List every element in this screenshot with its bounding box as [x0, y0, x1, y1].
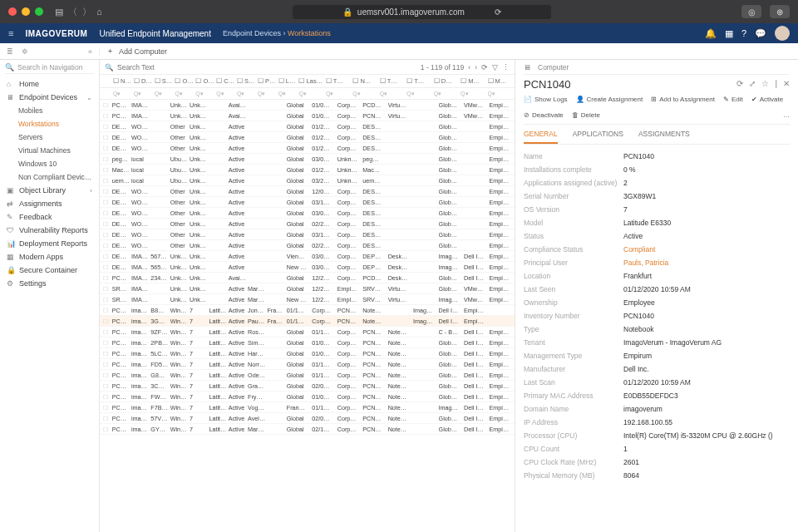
table-row[interactable]: ☐DES…WOR…OtherUnkn…ActiveGlobal03/0…Corp… — [100, 208, 515, 219]
expand-icon[interactable]: ⤢ — [749, 79, 756, 88]
filter-icon[interactable]: ▽ — [492, 63, 498, 71]
notifications-icon[interactable]: 🔔 — [705, 28, 717, 39]
row-checkbox[interactable]: ☐ — [103, 155, 112, 163]
row-checkbox[interactable]: ☐ — [103, 101, 112, 109]
refresh-icon[interactable]: ⟳ — [495, 7, 501, 17]
sidebar-item-mobiles[interactable]: Mobiles — [0, 104, 99, 117]
refresh2-icon[interactable]: ✲ — [22, 47, 28, 56]
sidebar-item-noncomp[interactable]: Non Compliant Devic… — [0, 170, 99, 184]
more-actions-icon[interactable]: … — [783, 111, 790, 119]
close-detail-icon[interactable]: ✕ — [783, 79, 790, 88]
row-checkbox[interactable]: ☐ — [103, 285, 112, 293]
sidebar-item-home[interactable]: ⌂Home — [0, 77, 99, 91]
table-row[interactable]: ☐PCN…imag…B8Q…Wind…7Latit…ActiveJone…Fra… — [100, 305, 515, 316]
table-row[interactable]: ☐PCN…imag…3GX…Wind…7Latit…ActivePaul…Fra… — [100, 316, 515, 327]
table-row[interactable]: ☐DEP…IMA…5675…Unkn…Unkn…ActiveVien…03/0…… — [100, 251, 515, 262]
create-assignment-button[interactable]: 👤Create Assignment — [576, 96, 643, 103]
page-prev-icon[interactable]: ‹ — [468, 63, 470, 71]
sidebar-toggle-icon[interactable]: ▤ — [55, 7, 63, 17]
row-checkbox[interactable]: ☐ — [103, 426, 112, 433]
table-row[interactable]: ☐DES…WOR…OtherUnkn…ActiveGlobal01/2…Corp… — [100, 143, 515, 154]
more-vert-icon[interactable]: | — [775, 79, 777, 88]
detail-refresh-icon[interactable]: ⟳ — [736, 79, 743, 88]
table-row[interactable]: ☐DES…WOR…OtherUnkn…ActiveGlobal12/0…Corp… — [100, 186, 515, 197]
table-row[interactable]: ☐uem…localUbun…Unkn…ActiveGlobal03/2…Unk… — [100, 175, 515, 186]
table-row[interactable]: ☐PCD…IMA…Unkn…Unkn…Avail…Global01/0…Corp… — [100, 100, 515, 111]
table-row[interactable]: ☐PCN…imag…2PB…Wind…7Latit…ActiveSimp…Glo… — [100, 337, 515, 348]
table-row[interactable]: ☐PCN…imag…F7B4…Wind…7Latit…ActiveVoge…Fr… — [100, 402, 515, 413]
row-checkbox[interactable]: ☐ — [103, 382, 112, 390]
close-window-icon[interactable] — [8, 7, 17, 16]
row-checkbox[interactable]: ☐ — [103, 318, 112, 325]
chat-icon[interactable]: 💬 — [755, 28, 766, 39]
nav-search[interactable]: 🔍 Search in Navigation — [5, 63, 94, 74]
table-row[interactable]: ☐DES…WOR…OtherUnkn…ActiveGlobal02/2…Corp… — [100, 240, 515, 251]
row-checkbox[interactable]: ☐ — [103, 361, 112, 368]
avatar[interactable] — [775, 26, 790, 41]
extensions-icon[interactable]: ⊕ — [770, 5, 790, 18]
table-row[interactable]: ☐DES…WOR…OtherUnkn…ActiveGlobal02/2…Corp… — [100, 219, 515, 229]
table-row[interactable]: ☐DES…WOR…OtherUnkn…ActiveGlobal03/1…Corp… — [100, 197, 515, 208]
table-row[interactable]: ☐PCN…imag…57V2…Wind…7Latit…ActiveAvel…Gl… — [100, 413, 515, 424]
grid-search[interactable]: 🔍 Search Text — [105, 63, 416, 71]
property-value[interactable]: Compliant — [623, 245, 655, 254]
sidebar-item-workstations[interactable]: Workstations — [0, 117, 99, 131]
add-computer-button[interactable]: Add Computer — [119, 47, 167, 56]
refresh-grid-icon[interactable]: ⟳ — [481, 63, 488, 71]
row-checkbox[interactable]: ☐ — [103, 188, 112, 195]
row-checkbox[interactable]: ☐ — [103, 145, 112, 152]
sidebar-item-vuln[interactable]: 🛡Vulnerability Reports — [0, 224, 99, 237]
sidebar-item-win10[interactable]: Windows 10 — [0, 157, 99, 170]
more-icon[interactable]: ⋮ — [502, 63, 510, 71]
table-row[interactable]: ☐PCN…imag…GY2…Wind…7Latit…ActiveMary…Glo… — [100, 424, 515, 435]
add-assignment-button[interactable]: ⊞Add to Assignment — [651, 96, 715, 103]
activate-button[interactable]: ✔Activate — [751, 96, 783, 103]
row-checkbox[interactable]: ☐ — [103, 393, 112, 401]
sidebar-item-deploy[interactable]: 📊Deployment Reports — [0, 237, 99, 250]
table-row[interactable]: ☐PCD…IMA…2344…Unkn…Unkn…Avail…Global12/2… — [100, 273, 515, 283]
minimize-window-icon[interactable] — [22, 7, 30, 16]
menu-icon[interactable]: ≡ — [8, 28, 13, 38]
row-checkbox[interactable]: ☐ — [103, 264, 112, 271]
table-row[interactable]: ☐DES…WOR…OtherUnkn…ActiveGlobal01/2…Corp… — [100, 132, 515, 143]
row-checkbox[interactable]: ☐ — [103, 404, 112, 411]
table-row[interactable]: ☐PCN…IMA…Unkn…Unkn…Avail…Global01/0…Corp… — [100, 111, 515, 121]
edit-button[interactable]: ✎Edit — [723, 96, 743, 103]
table-row[interactable]: ☐PCN…imag…FD5…Wind…7Latit…ActiveNorri…Gl… — [100, 359, 515, 370]
tab-general[interactable]: GENERAL — [524, 130, 558, 144]
sidebar-item-objlib[interactable]: ▣Object Library› — [0, 184, 99, 197]
column-headers[interactable]: ☐ N…☐ D…☐ S…☐ O…☐ O…☐ C…☐ S…☐ P…☐ L…☐ La… — [100, 75, 515, 88]
table-row[interactable]: ☐PCN…imag…9ZF3…Wind…7Latit…ActiveRoss…Gl… — [100, 327, 515, 337]
row-checkbox[interactable]: ☐ — [103, 339, 112, 347]
row-checkbox[interactable]: ☐ — [103, 112, 112, 120]
table-row[interactable]: ☐DEP…IMA…5657…Unkn…Unkn…ActiveNew …03/0…… — [100, 262, 515, 273]
page-next-icon[interactable]: › — [475, 63, 477, 71]
sidebar-item-vm[interactable]: Virtual Machines — [0, 144, 99, 157]
delete-button[interactable]: 🗑Delete — [572, 111, 600, 119]
row-checkbox[interactable]: ☐ — [103, 296, 112, 303]
row-checkbox[interactable]: ☐ — [103, 307, 112, 314]
row-checkbox[interactable]: ☐ — [103, 350, 112, 357]
row-checkbox[interactable]: ☐ — [103, 166, 112, 174]
sidebar-item-modern[interactable]: ▦Modern Apps — [0, 250, 99, 264]
sidebar-item-secure[interactable]: 🔒Secure Container — [0, 264, 99, 277]
table-row[interactable]: ☐PCN…imag…FW7…Wind…7Latit…ActiveFryer…Gl… — [100, 392, 515, 402]
tab-assignments[interactable]: ASSIGNMENTS — [638, 130, 690, 144]
row-checkbox[interactable]: ☐ — [103, 231, 112, 239]
row-checkbox[interactable]: ☐ — [103, 209, 112, 217]
home-chrome-icon[interactable]: ⌂ — [96, 7, 102, 17]
table-row[interactable]: ☐PCN…imag…3CN…Wind…7Latit…ActiveGran…Glo… — [100, 381, 515, 392]
row-checkbox[interactable]: ☐ — [103, 220, 112, 228]
breadcrumb-1[interactable]: Endpoint Devices — [223, 29, 281, 37]
add-icon[interactable]: ＋ — [106, 46, 114, 57]
table-row[interactable]: ☐DES…WOR…OtherUnkn…ActiveGlobal01/2…Corp… — [100, 121, 515, 132]
sidebar-item-servers[interactable]: Servers — [0, 131, 99, 144]
table-row[interactable]: ☐PCN…imag…G8G…Wind…7Latit…ActiveOdell…Gl… — [100, 370, 515, 381]
maximize-window-icon[interactable] — [35, 7, 43, 16]
back-icon[interactable]: 〈 — [68, 6, 77, 18]
row-checkbox[interactable]: ☐ — [103, 123, 112, 131]
row-checkbox[interactable]: ☐ — [103, 177, 112, 185]
table-row[interactable]: ☐DES…WOR…OtherUnkn…ActiveGlobal03/1…Corp… — [100, 229, 515, 240]
row-checkbox[interactable]: ☐ — [103, 242, 112, 249]
sidebar-item-assign[interactable]: ⇄Assignments — [0, 197, 99, 210]
